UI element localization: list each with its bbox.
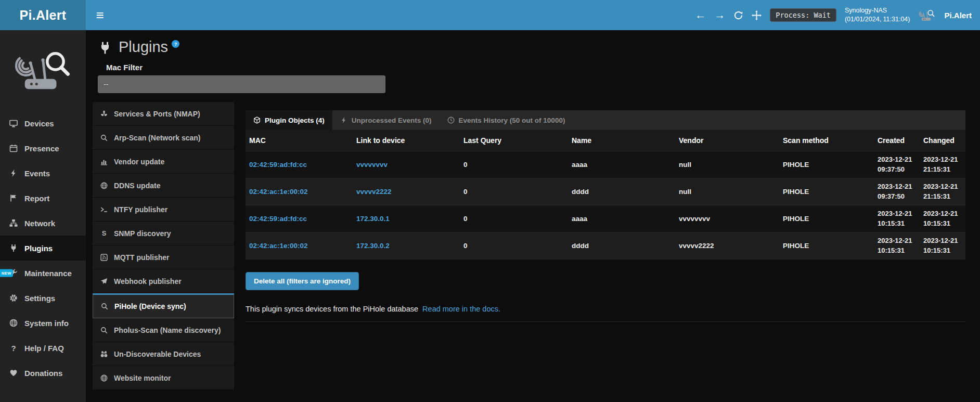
sidebar: Devices Presence Events Report Network P… bbox=[0, 30, 86, 402]
table-row: 02:42:59:ad:fd:cc 172.30.0.1 0 aaaa vvvv… bbox=[246, 205, 965, 232]
plugin-nav-label: Arp-Scan (Network scan) bbox=[114, 134, 200, 142]
plugin-nav-label: Vendor update bbox=[114, 158, 164, 166]
paper-plane-icon bbox=[100, 278, 108, 285]
sidebar-item-help-faq[interactable]: ? Help / FAQ bbox=[0, 335, 86, 360]
sidebar-item-label: Settings bbox=[24, 294, 55, 303]
plugin-nav-item-ddns-update[interactable]: DDNS update bbox=[93, 174, 234, 198]
sidebar-item-system-info[interactable]: System info bbox=[0, 310, 86, 335]
sidebar-item-label: Presence bbox=[24, 144, 59, 153]
sidebar-item-plugins[interactable]: Plugins bbox=[0, 236, 86, 261]
plugin-nav-label: MQTT publisher bbox=[114, 253, 170, 262]
device-link[interactable]: vvvvvvvv bbox=[353, 161, 460, 168]
bolt-icon bbox=[9, 169, 18, 177]
brand-logo[interactable]: Pi.Alert bbox=[0, 0, 86, 30]
plugin-objects-table: MAC Link to device Last Query Name Vendo… bbox=[246, 130, 965, 260]
sidebar-item-report[interactable]: Report bbox=[0, 186, 86, 211]
plugin-nav-item-pihole-device-sync[interactable]: PiHole (Device sync) bbox=[93, 293, 234, 318]
plugin-nav-item-website-monitor[interactable]: Website monitor bbox=[93, 366, 234, 390]
host-info: Synology-NAS (01/01/2024, 11:31:04) bbox=[845, 6, 910, 24]
sidebar-item-label: Help / FAQ bbox=[24, 344, 64, 353]
plugin-nav-item-arp-scan[interactable]: Arp-Scan (Network scan) bbox=[93, 126, 234, 150]
clock-icon bbox=[447, 116, 455, 124]
plugin-description-text: This plugin syncs devices from the PiHol… bbox=[246, 305, 418, 313]
device-link[interactable]: 172.30.0.2 bbox=[353, 242, 460, 250]
tab-unprocessed-events[interactable]: Unprocessed Events (0) bbox=[332, 110, 440, 130]
mac-link[interactable]: 02:42:ac:1e:00:02 bbox=[246, 242, 353, 250]
column-header-name: Name bbox=[568, 136, 675, 145]
sidebar-item-donations[interactable]: Donations bbox=[0, 360, 86, 385]
sidebar-item-presence[interactable]: Presence bbox=[0, 136, 86, 161]
plugin-nav-item-un-discoverable-devices[interactable]: Un-Discoverable Devices bbox=[93, 342, 234, 366]
forward-icon[interactable]: → bbox=[714, 9, 725, 21]
terminal-icon bbox=[100, 206, 108, 213]
plugin-nav-item-snmp-discovery[interactable]: S SNMP discovery bbox=[93, 222, 234, 245]
created-cell: 2023-12-21 09:37:50 bbox=[874, 152, 920, 178]
vendor-cell: vvvvvvvv bbox=[675, 215, 779, 223]
sidebar-item-events[interactable]: Events bbox=[0, 161, 86, 186]
vendor-cell: vvvvv2222 bbox=[675, 242, 779, 250]
sidebar-item-label: Report bbox=[24, 194, 49, 203]
column-header-changed: Changed bbox=[920, 136, 965, 145]
sidebar-item-label: Events bbox=[24, 169, 50, 178]
column-header-mac: MAC bbox=[246, 136, 353, 145]
host-timestamp: (01/01/2024, 11:31:04) bbox=[845, 15, 910, 24]
search-icon bbox=[100, 134, 108, 141]
column-header-last-query: Last Query bbox=[460, 136, 568, 145]
help-badge[interactable]: ? bbox=[172, 40, 179, 48]
sidebar-toggle-icon[interactable]: ≡ bbox=[86, 0, 114, 30]
device-link[interactable]: vvvvv2222 bbox=[353, 188, 460, 196]
globe-icon bbox=[100, 182, 108, 189]
created-cell: 2023-12-21 10:15:31 bbox=[874, 206, 920, 232]
sidebar-item-maintenance[interactable]: NEW Maintenance bbox=[0, 261, 86, 286]
sidebar-item-label: Plugins bbox=[24, 244, 53, 253]
mac-link[interactable]: 02:42:ac:1e:00:02 bbox=[246, 188, 353, 196]
sidebar-item-network[interactable]: Network bbox=[0, 211, 86, 236]
heart-icon bbox=[9, 369, 18, 377]
device-link[interactable]: 172.30.0.1 bbox=[353, 215, 460, 223]
pialert-router-icon bbox=[918, 8, 936, 22]
globe-icon bbox=[100, 374, 108, 382]
mac-link[interactable]: 02:42:59:ad:fd:cc bbox=[246, 161, 353, 168]
snmp-icon: S bbox=[100, 229, 108, 237]
mac-filter-input[interactable] bbox=[98, 75, 385, 93]
docs-link[interactable]: Read more in the docs. bbox=[422, 305, 500, 313]
cube-icon bbox=[253, 116, 261, 124]
plugin-nav-item-webhook-publisher[interactable]: Webhook publisher bbox=[93, 269, 234, 293]
sidebar-nav: Devices Presence Events Report Network P… bbox=[0, 111, 86, 385]
search-icon bbox=[100, 327, 108, 334]
sidebar-item-settings[interactable]: Settings bbox=[0, 286, 86, 310]
plugin-nav-label: Pholus-Scan (Name discovery) bbox=[114, 326, 221, 334]
search-icon bbox=[100, 303, 109, 310]
sidebar-item-devices[interactable]: Devices bbox=[0, 111, 86, 136]
plugin-nav-label: PiHole (Device sync) bbox=[114, 302, 186, 310]
sidebar-item-label: Network bbox=[24, 219, 55, 228]
back-icon[interactable]: ← bbox=[695, 9, 706, 21]
refresh-icon[interactable] bbox=[733, 10, 743, 20]
move-icon[interactable] bbox=[752, 10, 762, 20]
calendar-icon bbox=[9, 144, 18, 152]
plugin-nav-item-services-ports-nmap[interactable]: Services & Ports (NMAP) bbox=[93, 102, 234, 126]
plug-icon bbox=[98, 41, 112, 55]
mac-link[interactable]: 02:42:59:ad:fd:cc bbox=[246, 215, 353, 223]
devices-icon bbox=[9, 119, 18, 127]
flag-icon bbox=[9, 194, 18, 202]
mac-filter-label: Mac Filter bbox=[106, 63, 980, 72]
plugin-nav-item-vendor-update[interactable]: Vendor update bbox=[93, 150, 234, 174]
main-content: Plugins ? Mac Filter Services & Ports (N… bbox=[86, 30, 980, 402]
tab-plugin-objects[interactable]: Plugin Objects (4) bbox=[246, 110, 332, 130]
process-status-badge: Process: Wait bbox=[770, 8, 836, 22]
plugin-nav-item-ntfy-publisher[interactable]: NTFY publisher bbox=[93, 198, 234, 222]
tab-events-history[interactable]: Events History (50 out of 10000) bbox=[440, 110, 573, 130]
name-cell: dddd bbox=[568, 188, 675, 196]
tab-label: Unprocessed Events (0) bbox=[352, 116, 432, 124]
plugin-nav-item-mqtt-publisher[interactable]: MQTT publisher bbox=[93, 245, 234, 269]
plugin-nav-label: Website monitor bbox=[114, 374, 171, 382]
plugin-nav-item-pholus-scan[interactable]: Pholus-Scan (Name discovery) bbox=[93, 318, 234, 342]
scan-method-cell: PIHOLE bbox=[779, 161, 874, 168]
created-cell: 2023-12-21 09:37:50 bbox=[874, 179, 920, 205]
delete-all-button[interactable]: Delete all (filters are ignored) bbox=[246, 272, 359, 290]
vendor-cell: null bbox=[675, 161, 779, 168]
column-header-scan-method: Scan method bbox=[779, 136, 874, 145]
top-bar-actions: ← → Process: Wait Synology-NAS (01/01/20… bbox=[695, 6, 972, 24]
gear-icon bbox=[9, 294, 18, 302]
